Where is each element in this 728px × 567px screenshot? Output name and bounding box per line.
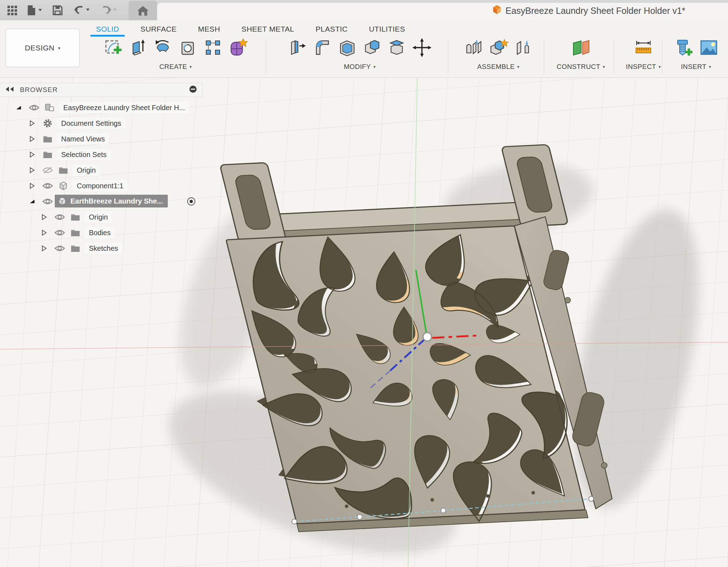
insert-image-icon[interactable] [698, 37, 719, 58]
grid-menu-icon[interactable] [5, 3, 19, 17]
group-assemble: ASSEMBLE▾ [454, 37, 543, 76]
tree-row-sketches[interactable]: Sketches [0, 241, 213, 256]
group-create: CREATE▾ [87, 37, 264, 76]
home-tab[interactable] [129, 1, 157, 20]
redo-icon[interactable] [97, 3, 119, 17]
expander-closed-icon[interactable] [38, 226, 50, 239]
activate-component-radio[interactable] [185, 195, 198, 208]
group-modify: MODIFY▾ [272, 37, 448, 76]
tab-sheet-metal[interactable]: SHEET METAL [231, 22, 305, 36]
cube-icon [57, 179, 70, 192]
tree-row-origin[interactable]: Origin [0, 162, 213, 178]
ribbon-tabs: SOLIDSURFACEMESHSHEET METALPLASTICUTILIT… [85, 22, 416, 36]
group-label-insert[interactable]: INSERT▾ [665, 63, 727, 71]
group-separator [614, 39, 614, 74]
joint-origin-icon[interactable] [513, 37, 534, 58]
tree-row-label: Origin [85, 211, 112, 223]
expander-closed-icon[interactable] [26, 133, 38, 145]
browser-panel-title: BROWSER [20, 86, 58, 94]
expander-open-icon[interactable] [26, 195, 38, 208]
tree-row-origin[interactable]: Origin [0, 209, 213, 225]
tree-row-component1-1[interactable]: Component1:1 [0, 178, 213, 194]
folder-icon [69, 242, 82, 255]
tree-row-easybreeze-laundry-sheet-folder-h[interactable]: EasyBreeze Laundry Sheet Folder H... [0, 100, 213, 115]
expander-closed-icon[interactable] [26, 148, 38, 161]
workspace-label: DESIGN [25, 44, 55, 52]
group-label-construct[interactable]: CONSTRUCT▾ [549, 63, 613, 71]
tree-row-label: Component1:1 [73, 180, 128, 191]
tree-row-label: Document Settings [57, 118, 125, 129]
construct-plane-icon[interactable] [571, 37, 591, 58]
selected-row-band[interactable]: EarthBreeze Laundry She... [55, 195, 168, 207]
new-component-icon[interactable] [488, 37, 509, 58]
group-insert: INSERT▾ [665, 37, 727, 76]
file-new-icon[interactable] [24, 3, 45, 17]
tree-row-label: Named Views [57, 133, 109, 145]
joint-icon[interactable] [463, 37, 484, 58]
create-form-icon[interactable] [228, 37, 248, 58]
assembly-doc-icon [43, 101, 56, 114]
tab-plastic[interactable]: PLASTIC [305, 22, 358, 36]
tree-row-label: Bodies [85, 227, 115, 238]
group-construct: CONSTRUCT▾ [549, 37, 613, 76]
collapse-panel-icon[interactable] [5, 86, 14, 94]
document-title-text: EasyBreeze Laundry Sheet Folder Holder v… [505, 6, 685, 16]
visibility-eye-icon[interactable] [41, 179, 54, 192]
group-separator [662, 39, 662, 74]
browser-tree: EasyBreeze Laundry Sheet Folder H...Docu… [0, 100, 213, 256]
visibility-eye-off-icon[interactable] [41, 164, 54, 177]
tab-utilities[interactable]: UTILITIES [358, 22, 416, 36]
create-sketch-icon[interactable] [103, 37, 124, 58]
group-label-create[interactable]: CREATE▾ [87, 63, 264, 71]
tree-row-bodies[interactable]: Bodies [0, 225, 213, 241]
tree-row-earthbreeze-laundry-she[interactable]: EarthBreeze Laundry She... [0, 194, 213, 209]
move-icon[interactable] [412, 37, 432, 58]
group-separator [266, 39, 266, 74]
folder-icon [57, 164, 70, 177]
group-separator [544, 39, 544, 74]
gear-icon [41, 117, 54, 130]
tree-row-document-settings[interactable]: Document Settings [0, 115, 213, 131]
expander-open-icon[interactable] [12, 101, 25, 114]
undo-icon[interactable] [70, 3, 92, 17]
group-label-assemble[interactable]: ASSEMBLE▾ [454, 63, 543, 71]
measure-icon[interactable] [633, 37, 654, 58]
expander-closed-icon[interactable] [38, 242, 50, 255]
visibility-eye-icon[interactable] [53, 211, 66, 223]
ribbon-toolbar: DESIGN ▾ SOLIDSURFACEMESHSHEET METALPLAS… [0, 20, 728, 78]
press-pull-icon[interactable] [287, 37, 308, 58]
hole-icon[interactable] [178, 37, 198, 58]
tab-mesh[interactable]: MESH [187, 22, 231, 36]
browser-header: BROWSER [0, 83, 203, 97]
extrude-icon[interactable] [128, 37, 149, 58]
tree-row-named-views[interactable]: Named Views [0, 131, 213, 147]
visibility-eye-icon[interactable] [41, 195, 54, 208]
expander-closed-icon[interactable] [26, 164, 38, 177]
document-cube-icon [492, 4, 502, 17]
shell-icon[interactable] [337, 37, 358, 58]
expander-closed-icon[interactable] [26, 179, 38, 192]
save-icon[interactable] [50, 3, 65, 17]
expander-closed-icon[interactable] [38, 211, 50, 223]
revolve-icon[interactable] [153, 37, 173, 58]
split-body-icon[interactable] [387, 37, 407, 58]
display-settings-icon[interactable] [189, 85, 197, 95]
expander-closed-icon[interactable] [26, 117, 38, 130]
fillet-icon[interactable] [312, 37, 333, 58]
insert-fastener-icon[interactable] [673, 37, 694, 58]
combine-icon[interactable] [362, 37, 382, 58]
workspace-switcher[interactable]: DESIGN ▾ [6, 29, 80, 67]
tab-solid[interactable]: SOLID [85, 22, 130, 36]
visibility-eye-icon[interactable] [28, 101, 41, 114]
group-label-modify[interactable]: MODIFY▾ [272, 63, 448, 71]
folder-icon [69, 226, 82, 239]
tab-surface[interactable]: SURFACE [130, 22, 187, 36]
quick-access-toolbar [0, 0, 119, 20]
tree-row-selection-sets[interactable]: Selection Sets [0, 147, 213, 162]
chevron-down-icon: ▾ [58, 45, 60, 51]
visibility-eye-icon[interactable] [53, 226, 66, 239]
group-separator [448, 39, 448, 74]
pattern-icon[interactable] [203, 37, 223, 58]
visibility-eye-icon[interactable] [53, 242, 66, 255]
folder-icon [41, 148, 54, 161]
